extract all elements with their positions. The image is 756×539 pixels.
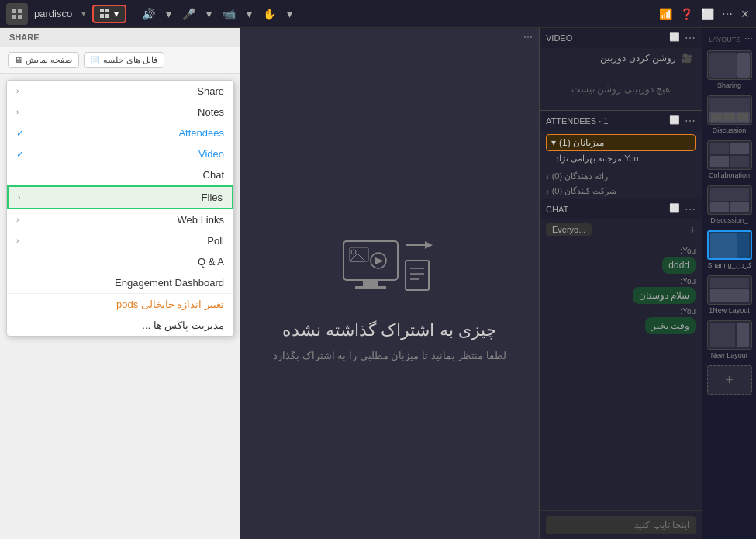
layout-newlayout-name: New Layout — [707, 351, 752, 359]
help-icon[interactable]: ❓ — [680, 8, 693, 20]
video-actions: ⬜ ⋯ — [669, 32, 696, 44]
dropdown-item-poll[interactable]: › Poll — [7, 230, 233, 251]
share-tab-screen[interactable]: 🖥 صفحه نمایش — [8, 52, 79, 68]
lp-disc-b3 — [737, 113, 748, 121]
video-panel: VIDEO ⬜ ⋯ 🎥 روشن کردن دوربین هیچ دوربینی… — [540, 28, 702, 111]
audio-icon[interactable]: 🔊 — [139, 6, 158, 22]
host-group-header[interactable]: میزبانان (1) ▾ — [546, 134, 696, 151]
attendee-you: You مرجانه بهرامی نژاد — [546, 151, 696, 166]
mic-icon[interactable]: 🎤 — [179, 6, 198, 22]
hand-icon[interactable]: ✋ — [260, 6, 279, 22]
chat-text-3: وقت بخیر — [645, 317, 696, 334]
camera-video-icon: 🎥 — [681, 53, 692, 64]
camera-icon[interactable]: 📹 — [219, 6, 239, 22]
layout-new1-name: 1New Layout — [707, 306, 752, 314]
layout-new1[interactable]: 1New Layout — [707, 275, 752, 314]
chat-messages: You: dddd You: سلام دوستان You: وقت بخیر — [540, 240, 702, 510]
svg-rect-3 — [18, 15, 22, 19]
participant-chevron: › — [546, 187, 549, 196]
presenter-chevron: › — [546, 172, 549, 181]
share-tabs: 🖥 صفحه نمایش 📄 فایل های جلسه — [0, 47, 240, 74]
more-icon[interactable]: ⋯ — [722, 8, 733, 20]
layout-collab-preview — [707, 140, 752, 170]
chat-text-1: dddd — [662, 257, 696, 274]
dropdown-menu: › Share › Notes ✓ Attendees ✓ Video Chat — [6, 80, 234, 337]
files-icon: 📄 — [91, 56, 100, 64]
layout-discussion2[interactable]: Discussion_ — [707, 185, 752, 224]
dropdown-item-notes[interactable]: › Notes — [7, 102, 233, 123]
center-dots[interactable]: ⋯ — [523, 32, 533, 43]
dropdown-item-attendees[interactable]: ✓ Attendees — [7, 123, 233, 143]
attendees-actions: ⬜ ⋯ — [669, 115, 696, 127]
chat-input[interactable] — [546, 516, 696, 534]
svg-rect-0 — [12, 9, 16, 13]
chat-pin[interactable]: ⬜ — [669, 203, 680, 216]
dropdown-item-chat[interactable]: Chat — [7, 164, 233, 185]
layout-collab[interactable]: Collaboration — [707, 140, 752, 179]
dropdown-item-manage[interactable]: مدیریت پاکس ها ... — [7, 315, 233, 336]
grid-caret: ▾ — [114, 9, 119, 19]
poll-arrow: › — [16, 237, 19, 245]
window-icon[interactable]: ⬜ — [701, 8, 714, 20]
chat-filter-button[interactable]: Everyo... — [546, 223, 592, 236]
attendees-dots[interactable]: ⋯ — [685, 115, 696, 127]
dropdown-item-resize[interactable]: تغییر اندازه جایخالی pods — [7, 294, 233, 315]
audio-caret[interactable]: ▾ — [163, 6, 174, 22]
media-controls: 🔊 ▾ 🎤 ▾ 📹 ▾ ✋ ▾ — [139, 6, 295, 22]
signal-icon[interactable]: 📶 — [659, 8, 672, 20]
notes-arrow: › — [16, 108, 19, 116]
host-group-label: میزبانان (1) — [559, 137, 604, 148]
video-dots[interactable]: ⋯ — [685, 32, 696, 44]
topbar-right: 📶 ❓ ⬜ ⋯ ✕ — [659, 8, 750, 20]
svg-rect-6 — [100, 14, 104, 18]
lp-collab-2 — [730, 143, 749, 154]
layout-sharing2[interactable]: Sharing_کردن — [707, 230, 752, 269]
dropdown-manage-label: مدیریت پاکس ها ... — [142, 320, 224, 331]
chat-panel-header: CHAT ⬜ ⋯ — [540, 199, 702, 219]
layout-discussion[interactable]: Discussion — [707, 95, 752, 134]
dropdown-item-share[interactable]: › Share — [7, 81, 233, 102]
lp-d2-top — [710, 188, 749, 201]
share-tab-files-label: فایل های جلسه — [103, 55, 157, 65]
lp-sharing-left — [709, 53, 737, 78]
svg-marker-19 — [350, 254, 365, 261]
weblinks-arrow: › — [16, 216, 19, 224]
attendees-check: ✓ — [16, 128, 24, 139]
layout-sharing2-preview — [707, 230, 752, 260]
camera-caret[interactable]: ▾ — [243, 6, 255, 22]
menu-grid-button[interactable]: ▾ — [92, 5, 126, 23]
dropdown-qa-label: Q & A — [198, 256, 224, 268]
attendee-you-label: You مرجانه بهرامی نژاد — [555, 154, 639, 164]
chat-label: CHAT — [546, 205, 568, 214]
presenter-group-header[interactable]: ارائه دهندگان (0) › — [546, 171, 696, 181]
attendees-pin[interactable]: ⬜ — [669, 115, 680, 127]
hand-caret[interactable]: ▾ — [284, 6, 295, 22]
layout-sharing[interactable]: Sharing — [707, 50, 752, 89]
participant-group-header[interactable]: شرکت کنندگان (0) › — [546, 186, 696, 196]
dropdown-item-weblinks[interactable]: › Web Links — [7, 209, 233, 230]
dropdown-item-engagement[interactable]: Engagement Dashboard — [7, 272, 233, 293]
files-arrow: › — [18, 193, 20, 202]
add-layout-button[interactable]: + — [707, 365, 752, 395]
layouts-dots[interactable]: ⋯ — [744, 34, 753, 44]
presenter-group: ارائه دهندگان (0) › — [540, 169, 702, 184]
mic-caret[interactable]: ▾ — [203, 6, 215, 22]
chat-text-2: سلام دوستان — [633, 287, 696, 304]
lp-sharing2-left — [710, 233, 737, 258]
video-pin[interactable]: ⬜ — [669, 32, 680, 44]
share-tab-files[interactable]: 📄 فایل های جلسه — [84, 52, 164, 68]
host-chevron: ▾ — [551, 137, 556, 148]
layout-new1-preview — [707, 275, 752, 305]
svg-rect-9 — [363, 280, 378, 286]
svg-marker-21 — [375, 257, 384, 264]
chat-dots[interactable]: ⋯ — [685, 203, 696, 216]
dropdown-item-qa[interactable]: Q & A — [7, 251, 233, 272]
brand-caret[interactable]: ▾ — [81, 9, 86, 19]
chat-add-button[interactable]: + — [689, 223, 696, 236]
dropdown-item-video[interactable]: ✓ Video — [7, 143, 233, 164]
layout-newlayout[interactable]: New Layout — [707, 320, 752, 359]
dropdown-poll-label: Poll — [207, 235, 224, 247]
dropdown-item-files[interactable]: › Files — [7, 185, 233, 209]
lp-disc-b2 — [723, 113, 735, 121]
close-icon[interactable]: ✕ — [740, 8, 750, 20]
